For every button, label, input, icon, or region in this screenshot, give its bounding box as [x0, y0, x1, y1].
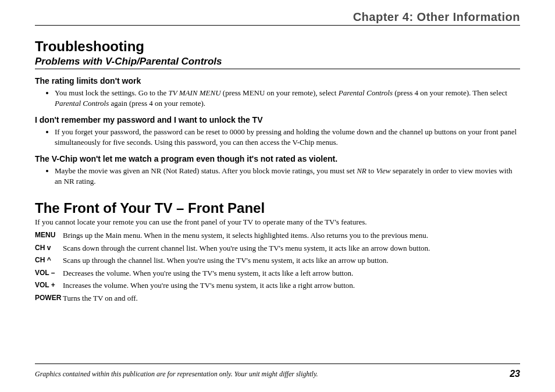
- inline-italic: NR: [357, 166, 367, 175]
- bullet-item: If you forget your password, the passwor…: [55, 127, 520, 147]
- chapter-header: Chapter 4: Other Information: [35, 10, 520, 26]
- definition-desc: Decreases the volume. When you're using …: [63, 268, 520, 279]
- definition-term: POWER: [35, 293, 63, 304]
- definition-row: MENU Brings up the Main menu. When in th…: [35, 230, 520, 241]
- definition-desc: Turns the TV on and off.: [63, 293, 520, 304]
- bullet-text: Maybe the movie was given an NR (Not Rat…: [55, 166, 357, 175]
- definition-desc: Increases the volume. When you're using …: [63, 280, 520, 291]
- definition-term: MENU: [35, 230, 63, 241]
- bullet-text: to: [367, 166, 376, 175]
- definition-desc: Scans up through the channel list. When …: [63, 255, 520, 266]
- definition-term: CH ^: [35, 255, 63, 266]
- footer-disclaimer: Graphics contained within this publicati…: [35, 370, 318, 379]
- definition-term: CH v: [35, 243, 63, 254]
- bullet-text: again (press 4 on your remote).: [109, 99, 205, 108]
- problem-bullets-2: If you forget your password, the passwor…: [47, 127, 520, 147]
- definition-row: VOL – Decreases the volume. When you're …: [35, 268, 520, 279]
- problem-heading-1: The rating limits don't work: [35, 76, 520, 85]
- definition-desc: Brings up the Main menu. When in the men…: [63, 230, 520, 241]
- page-number: 23: [510, 369, 520, 379]
- section-title-troubleshooting: Troubleshooting: [35, 38, 520, 55]
- bullet-text: You must lock the settings. Go to the: [55, 88, 169, 97]
- problem-heading-2: I don't remember my password and I want …: [35, 115, 520, 124]
- definition-term: VOL –: [35, 268, 63, 279]
- document-page: Chapter 4: Other Information Troubleshoo…: [0, 0, 555, 392]
- problem-bullets-1: You must lock the settings. Go to the TV…: [47, 88, 520, 108]
- bullet-item: You must lock the settings. Go to the TV…: [55, 88, 520, 108]
- definition-row: CH ^ Scans up through the channel list. …: [35, 255, 520, 266]
- bullet-text: (press 4 on your remote). Then select: [393, 88, 507, 97]
- inline-italic: View: [376, 166, 390, 175]
- inline-italic: Parental Controls: [339, 88, 393, 97]
- bullet-text: (press MENU on your remote), select: [221, 88, 339, 97]
- bullet-item: Maybe the movie was given an NR (Not Rat…: [55, 166, 520, 186]
- definition-row: POWER Turns the TV on and off.: [35, 293, 520, 304]
- definition-desc: Scans down through the current channel l…: [63, 243, 520, 254]
- definition-term: VOL +: [35, 280, 63, 291]
- section-title-front-panel: The Front of Your TV – Front Panel: [35, 200, 520, 216]
- definition-row: CH v Scans down through the current chan…: [35, 243, 520, 254]
- problem-heading-3: The V-Chip won't let me watch a program …: [35, 154, 520, 163]
- definition-row: VOL + Increases the volume. When you're …: [35, 280, 520, 291]
- inline-italic: TV MAIN MENU: [169, 88, 221, 97]
- page-footer: Graphics contained within this publicati…: [35, 364, 520, 379]
- lead-paragraph: If you cannot locate your remote you can…: [35, 218, 520, 227]
- inline-italic: Parental Controls: [55, 99, 109, 108]
- problem-bullets-3: Maybe the movie was given an NR (Not Rat…: [47, 166, 520, 186]
- subsection-title: Problems with V-Chip/Parental Controls: [35, 56, 520, 69]
